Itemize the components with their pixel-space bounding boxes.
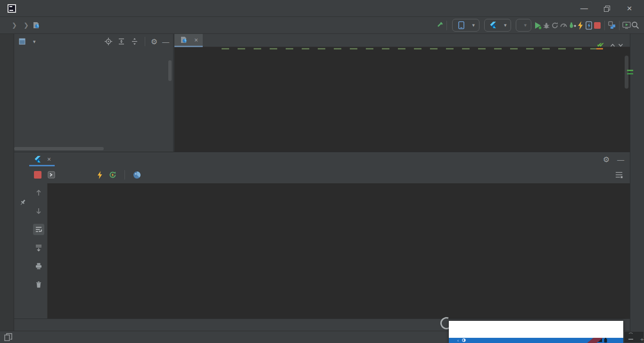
print-icon[interactable]	[33, 261, 44, 272]
pin-icon[interactable]	[18, 198, 27, 207]
run-panel-side-column	[14, 183, 30, 318]
restore-button[interactable]	[599, 2, 615, 15]
run-button-icon[interactable]	[534, 21, 542, 30]
dart-file-icon	[179, 36, 188, 44]
hot-restart-icon[interactable]	[108, 171, 117, 179]
build-hammer-icon[interactable]	[435, 21, 444, 30]
close-button[interactable]: ×	[621, 2, 637, 15]
editor-tab-main-dart[interactable]: ×	[174, 34, 203, 47]
clipped-code-line-fragment	[222, 48, 603, 49]
emulator-title-bar[interactable]	[449, 321, 623, 338]
run-config-selector[interactable]: ▾	[484, 19, 512, 32]
scroll-up-icon[interactable]	[33, 187, 44, 198]
title-bar: — ×	[0, 0, 644, 17]
project-structure-icon[interactable]	[608, 21, 616, 30]
horizontal-scrollbar[interactable]	[14, 147, 104, 150]
android-studio-window: — × ❯ ❯ ▾	[0, 0, 644, 343]
attach-debugger-icon[interactable]	[568, 21, 576, 30]
breadcrumb: ❯ ❯	[0, 21, 44, 30]
android-emulator-window[interactable]: ‹	[449, 321, 623, 343]
scrollbar-mark	[627, 70, 633, 71]
device-selector[interactable]: ▾	[452, 19, 479, 32]
search-everywhere-icon[interactable]	[631, 21, 639, 30]
run-panel-toolbar	[14, 166, 630, 183]
flutter-icon	[33, 155, 41, 163]
stop-button-icon[interactable]	[593, 21, 602, 30]
tool-window-switcher-icon[interactable]	[4, 333, 12, 342]
settings-gear-icon[interactable]: ⚙	[151, 37, 157, 46]
hide-panel-icon[interactable]: —	[617, 155, 624, 163]
soft-wrap-icon[interactable]	[33, 224, 44, 235]
chevron-down-icon: ▾	[472, 22, 475, 28]
intellij-logo-icon	[8, 4, 16, 13]
device-manager-icon[interactable]	[622, 21, 631, 30]
battery-icon	[604, 338, 607, 343]
hot-reload-icon[interactable]	[576, 21, 585, 30]
gauge-button-icon[interactable]	[559, 21, 568, 30]
editor-scrollbar[interactable]	[625, 56, 628, 89]
emulator-minimize-icon[interactable]	[628, 339, 633, 340]
chevron-down-icon: ▾	[524, 22, 527, 28]
clear-all-icon[interactable]	[33, 279, 44, 290]
breadcrumb-separator-icon: ❯	[24, 22, 29, 29]
emulator-side-panel[interactable]: +	[624, 331, 644, 343]
project-tool-icon	[18, 37, 26, 46]
left-tool-stripe	[0, 34, 14, 331]
debug-button-icon[interactable]	[542, 21, 551, 30]
emulator-zoom-icon[interactable]: +	[640, 336, 644, 343]
main-toolbar: ❯ ❯ ▾ ▾ ▾	[0, 17, 644, 34]
next-problem-icon[interactable]	[618, 41, 623, 49]
console-toolbar	[30, 183, 47, 318]
vertical-scrollbar[interactable]	[168, 60, 172, 81]
scroll-down-icon[interactable]	[33, 205, 44, 217]
stop-process-icon[interactable]	[34, 171, 41, 179]
run-panel: × ⚙ —	[14, 152, 630, 318]
rotate-icon	[628, 333, 634, 338]
minimize-button[interactable]: —	[576, 2, 592, 15]
dart-devtools-icon[interactable]	[132, 171, 141, 179]
project-panel-header: ▾ ⚙ —	[14, 34, 173, 49]
chevron-down-icon[interactable]: ▾	[33, 39, 36, 45]
chevron-down-icon: ▾	[504, 22, 507, 28]
editor-tab-bar: ×	[174, 34, 630, 47]
console-tab[interactable]	[47, 171, 59, 179]
console-icon	[47, 171, 56, 179]
collapse-all-icon[interactable]	[131, 37, 139, 46]
close-tab-icon[interactable]: ×	[47, 155, 51, 163]
scroll-to-end-icon[interactable]	[33, 242, 44, 253]
devices-status-selector[interactable]: ▾	[516, 19, 531, 32]
hot-restart-device-icon[interactable]	[585, 21, 593, 30]
hide-panel-icon[interactable]: —	[162, 38, 169, 46]
scrollbar-mark	[627, 73, 633, 74]
emulator-status-bar: ‹	[449, 338, 623, 343]
locate-file-icon[interactable]	[104, 37, 113, 46]
phone-icon	[457, 21, 465, 30]
emulator-notification-icon	[462, 338, 466, 343]
hot-reload-icon[interactable]	[95, 171, 104, 179]
breadcrumb-separator-icon: ❯	[12, 22, 17, 29]
profile-button-icon[interactable]	[551, 21, 559, 30]
run-tab-main-dart[interactable]: ×	[29, 152, 55, 166]
emulator-notification-icon: ‹	[457, 338, 459, 343]
project-panel: ▾ ⚙ —	[14, 34, 173, 152]
right-tool-stripe	[630, 34, 644, 343]
dart-file-icon	[32, 21, 41, 30]
layout-settings-icon[interactable]	[615, 171, 623, 179]
editor: × ✔✔	[174, 34, 630, 152]
expand-all-icon[interactable]	[117, 37, 126, 46]
run-panel-header: × ⚙ —	[14, 152, 630, 166]
console-output[interactable]	[47, 183, 630, 318]
previous-problem-icon[interactable]	[610, 41, 615, 49]
close-tab-icon[interactable]: ×	[194, 36, 198, 44]
inspection-checkmarks-icon: ✔✔	[597, 41, 604, 49]
flutter-icon	[489, 21, 497, 30]
settings-gear-icon[interactable]: ⚙	[603, 155, 610, 164]
inspections-widget[interactable]: ✔✔	[597, 41, 623, 49]
